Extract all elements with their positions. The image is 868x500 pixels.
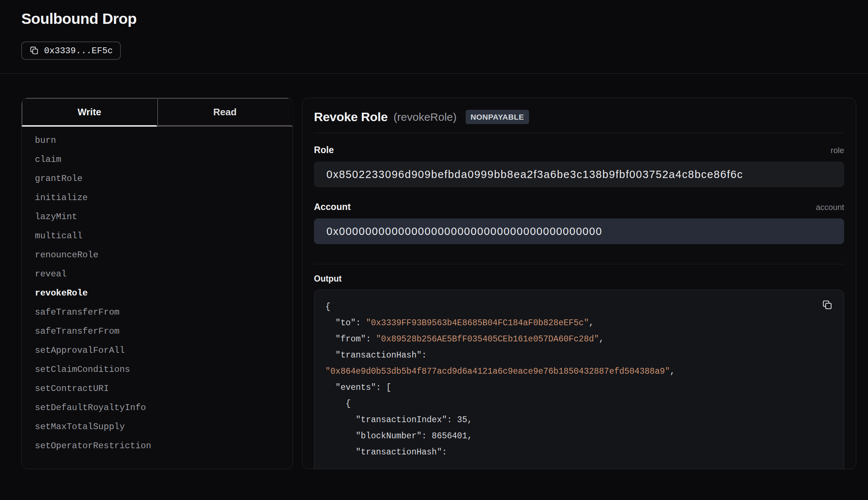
role-field-group: Role role — [314, 133, 844, 187]
function-item-claim[interactable]: claim — [22, 150, 293, 169]
page-title: Soulbound Drop — [21, 10, 847, 28]
function-title: Revoke Role — [314, 110, 388, 124]
role-input[interactable] — [314, 162, 844, 187]
tab-write[interactable]: Write — [22, 98, 157, 127]
detail-header: Revoke Role (revokeRole) NONPAYABLE — [314, 110, 844, 124]
function-name: (revokeRole) — [394, 111, 457, 123]
contract-address-badge[interactable]: 0x3339...EF5c — [21, 41, 121, 60]
function-item-setMaxTotalSupply[interactable]: setMaxTotalSupply — [22, 417, 293, 436]
output-code: { "to": "0x3339FF93B9563b4E8685B04FC184a… — [325, 299, 833, 460]
account-label: Account — [314, 202, 351, 212]
tab-row: Write Read — [22, 98, 293, 127]
function-item-revokeRole[interactable]: revokeRole — [22, 284, 293, 303]
page-header: Soulbound Drop 0x3339...EF5c — [0, 0, 868, 74]
function-list: burnclaimgrantRoleinitializelazyMintmult… — [22, 127, 293, 463]
function-item-setOperatorRestriction[interactable]: setOperatorRestriction — [22, 436, 293, 456]
function-item-lazyMint[interactable]: lazyMint — [22, 207, 293, 227]
function-item-multicall[interactable]: multicall — [22, 227, 293, 246]
function-item-setDefaultRoyaltyInfo[interactable]: setDefaultRoyaltyInfo — [22, 398, 293, 417]
copy-icon — [29, 46, 39, 55]
functions-panel: Write Read burnclaimgrantRoleinitializel… — [21, 98, 293, 469]
role-label-row: Role role — [314, 144, 844, 155]
function-item-safeTransferFrom[interactable]: safeTransferFrom — [22, 303, 293, 322]
function-item-grantRole[interactable]: grantRole — [22, 169, 293, 188]
output-divider — [314, 264, 844, 264]
output-code-block: { "to": "0x3339FF93B9563b4E8685B04FC184a… — [314, 290, 844, 469]
function-item-safeTransferFrom[interactable]: safeTransferFrom — [22, 322, 293, 341]
contract-address-label: 0x3339...EF5c — [44, 46, 113, 56]
mutability-badge: NONPAYABLE — [466, 110, 529, 124]
main-content: Write Read burnclaimgrantRoleinitializel… — [21, 98, 856, 469]
copy-icon — [822, 300, 833, 311]
role-label: Role — [314, 145, 334, 155]
function-item-renounceRole[interactable]: renounceRole — [22, 246, 293, 265]
copy-output-button[interactable] — [822, 300, 833, 311]
function-item-initialize[interactable]: initialize — [22, 188, 293, 207]
account-input[interactable] — [314, 218, 844, 244]
function-item-reveal[interactable]: reveal — [22, 265, 293, 284]
tab-read[interactable]: Read — [157, 98, 293, 127]
function-detail-panel: Revoke Role (revokeRole) NONPAYABLE Role… — [302, 98, 856, 469]
account-label-row: Account account — [314, 201, 844, 212]
output-label: Output — [314, 274, 844, 284]
function-item-burn[interactable]: burn — [22, 131, 293, 150]
contract-explorer-screen: Soulbound Drop 0x3339...EF5c Write Read … — [0, 0, 868, 500]
account-field-group: Account account — [314, 190, 844, 244]
role-hint: role — [831, 146, 844, 155]
function-item-setContractURI[interactable]: setContractURI — [22, 379, 293, 398]
function-item-setApprovalForAll[interactable]: setApprovalForAll — [22, 341, 293, 360]
account-hint: account — [816, 203, 844, 212]
function-item-setClaimConditions[interactable]: setClaimConditions — [22, 360, 293, 379]
